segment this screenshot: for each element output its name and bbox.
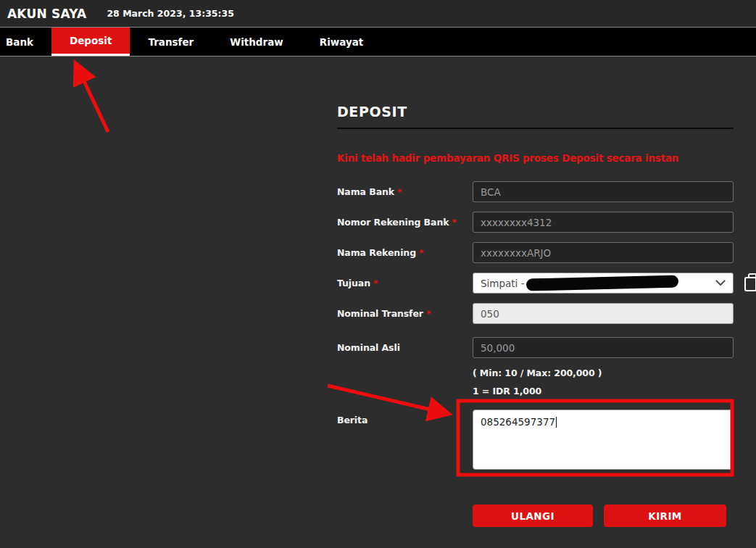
datetime-display: 28 March 2023, 13:35:35 [107, 8, 234, 19]
promo-message: Kini telah hadir pembayaran QRIS proses … [337, 152, 734, 164]
field-row-nomor-rekening: Nomor Rekening Bank* [337, 212, 734, 233]
chevron-down-icon [715, 280, 726, 286]
tujuan-select[interactable]: Simpati - [473, 273, 734, 294]
text-cursor [556, 417, 557, 428]
required-marker: * [452, 217, 456, 228]
tujuan-label: Tujuan* [337, 273, 473, 288]
form-actions: ULANGI KIRIM [473, 505, 734, 527]
nominal-asli-input[interactable] [473, 337, 734, 358]
nav-tab-transfer[interactable]: Transfer [130, 28, 212, 56]
nama-rekening-input[interactable] [473, 242, 734, 263]
field-row-nama-bank: Nama Bank* [337, 181, 734, 202]
nama-rekening-label: Nama Rekening* [337, 242, 473, 258]
title-divider [337, 128, 734, 129]
field-row-berita: Berita 085264597377 [337, 410, 734, 470]
nav-tab-bank[interactable]: Bank [0, 28, 51, 56]
redaction-scribble [526, 275, 678, 291]
required-marker: * [419, 247, 423, 258]
nomor-rekening-input[interactable] [473, 212, 734, 233]
field-row-nama-rekening: Nama Rekening* [337, 242, 734, 263]
required-marker: * [426, 308, 431, 319]
nav-tab-riwayat[interactable]: Riwayat [302, 28, 382, 56]
nav-tab-withdraw[interactable]: Withdraw [212, 28, 302, 56]
required-marker: * [397, 186, 402, 197]
field-row-nominal-asli: Nominal Asli [337, 337, 734, 358]
ulangi-button[interactable]: ULANGI [473, 505, 593, 527]
main-nav: Bank Deposit Transfer Withdraw Riwayat [0, 27, 756, 57]
berita-label: Berita [337, 410, 473, 425]
app-title: AKUN SAYA [7, 7, 86, 21]
required-marker: * [373, 278, 378, 288]
nominal-transfer-label: Nominal Transfer* [337, 303, 473, 319]
rate-hint: 1 = IDR 1,000 [473, 386, 734, 397]
tujuan-selected-value: Simpati - [481, 278, 525, 289]
nomor-rekening-label: Nomor Rekening Bank* [337, 212, 473, 228]
annotation-arrow-deposit-tab [77, 66, 108, 132]
kirim-button[interactable]: KIRIM [604, 505, 726, 527]
copy-icon[interactable] [742, 271, 756, 294]
nama-bank-input[interactable] [473, 181, 734, 202]
deposit-form: DEPOSIT Kini telah hadir pembayaran QRIS… [337, 94, 734, 527]
top-header-bar: AKUN SAYA 28 March 2023, 13:35:35 [0, 0, 756, 27]
field-row-nominal-transfer: Nominal Transfer* [337, 303, 734, 324]
berita-textarea[interactable]: 085264597377 [473, 410, 734, 470]
nominal-transfer-input[interactable] [473, 303, 734, 324]
nav-tab-deposit[interactable]: Deposit [51, 28, 130, 56]
nama-bank-label: Nama Bank* [337, 181, 473, 197]
nominal-asli-label: Nominal Asli [337, 337, 473, 353]
min-max-hint: ( Min: 10 / Max: 200,000 ) [473, 368, 734, 378]
berita-value: 085264597377 [481, 416, 555, 428]
field-row-tujuan: Tujuan* Simpati - [337, 273, 734, 294]
page-title: DEPOSIT [337, 94, 734, 120]
